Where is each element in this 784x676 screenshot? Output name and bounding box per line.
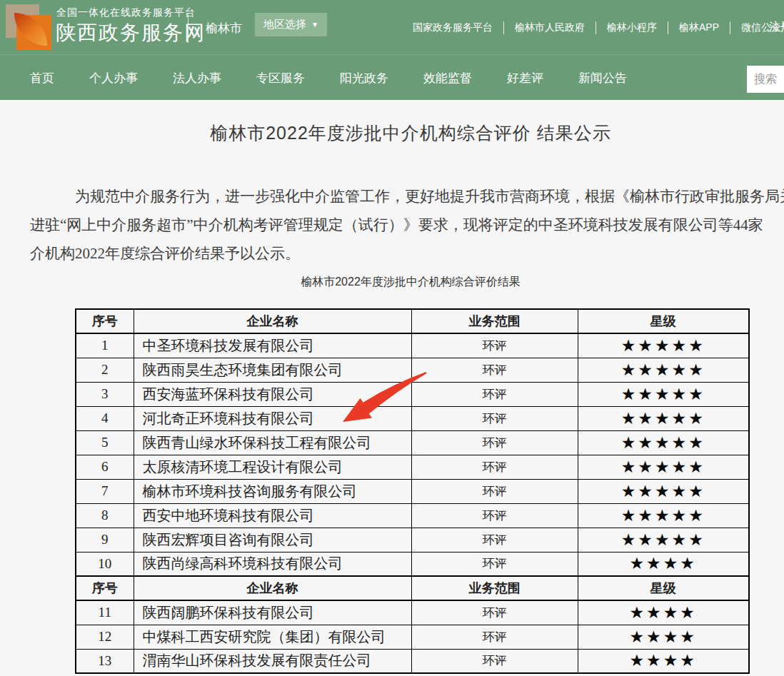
- table-row: 7榆林市环境科技咨询服务有限公司环评★★★★★: [76, 479, 749, 503]
- nav-item-5[interactable]: 效能监督: [423, 70, 472, 86]
- column-header-3: 星级: [578, 576, 749, 600]
- cell-company-name: 中煤科工西安研究院（集团）有限公司: [134, 625, 411, 649]
- current-city-label: 榆林市: [206, 20, 242, 36]
- cell-no: 7: [76, 479, 134, 503]
- nav-menu: 首页个人办事法人办事专区服务阳光政务效能监督好差评新闻公告: [30, 55, 627, 101]
- results-table-body: 序号企业名称业务范围星级1中圣环境科技发展有限公司环评★★★★★2陕西雨昊生态环…: [76, 309, 749, 673]
- header-link-1[interactable]: 榆林市人民政府: [503, 21, 585, 34]
- table-row: 4河北奇正环境科技有限公司环评★★★★★: [76, 406, 749, 430]
- table-row: 6太原核清环境工程设计有限公司环评★★★★★: [76, 455, 749, 479]
- site-name: 陕西政务服务网: [56, 19, 206, 46]
- table-row: 13渭南华山环保科技发展有限责任公司环评★★★★: [76, 649, 749, 673]
- platform-label: 全国一体化在线政务服务平台: [56, 6, 196, 19]
- nav-item-4[interactable]: 阳光政务: [340, 70, 388, 86]
- cell-scope: 环评: [411, 503, 578, 528]
- nav-item-6[interactable]: 好差评: [507, 70, 543, 86]
- nav-item-7[interactable]: 新闻公告: [578, 70, 627, 86]
- page-title: 榆林市2022年度涉批中介机构综合评价 结果公示: [0, 121, 784, 145]
- header-link-3[interactable]: 榆林APP: [668, 21, 719, 34]
- table-header-row: 序号企业名称业务范围星级: [76, 309, 749, 333]
- cell-company-name: 陕西宏辉项目咨询有限公司: [134, 528, 411, 552]
- cell-company-name: 西安中地环境科技有限公司: [134, 503, 411, 528]
- cell-scope: 环评: [411, 382, 578, 406]
- cell-company-name: 河北奇正环境科技有限公司: [134, 406, 411, 430]
- column-header-1: 企业名称: [134, 309, 411, 333]
- cell-star-rating: ★★★★★: [578, 479, 749, 503]
- table-row: 3西安海蓝环保科技有限公司环评★★★★★: [76, 382, 749, 406]
- column-header-1: 企业名称: [134, 576, 411, 600]
- cell-scope: 环评: [411, 333, 578, 358]
- cell-star-rating: ★★★★★: [578, 406, 749, 430]
- table-row: 11陕西阔鹏环保科技有限公司环评★★★★: [76, 600, 749, 625]
- nav-item-0[interactable]: 首页: [30, 70, 54, 86]
- column-header-2: 业务范围: [411, 309, 578, 333]
- cell-company-name: 陕西青山绿水环保科技工程有限公司: [134, 430, 411, 455]
- cell-scope: 环评: [411, 649, 578, 673]
- table-row: 10陕西尚绿高科环境科技有限公司环评★★★★: [76, 552, 749, 576]
- table-row: 5陕西青山绿水环保科技工程有限公司环评★★★★★: [76, 430, 749, 455]
- cell-star-rating: ★★★★★: [578, 503, 749, 528]
- chevron-down-icon: ▼: [311, 21, 318, 29]
- main-navbar: 首页个人办事法人办事专区服务阳光政务效能监督好差评新闻公告: [0, 54, 784, 100]
- cell-company-name: 榆林市环境科技咨询服务有限公司: [134, 479, 411, 503]
- paragraph-line-3: 介机构2022年度综合评价结果予以公示。: [30, 239, 784, 268]
- cell-scope: 环评: [411, 406, 578, 430]
- table-caption: 榆林市2022年度涉批中介机构综合评价结果: [0, 275, 784, 290]
- site-logo-icon[interactable]: [6, 4, 51, 50]
- table-row: 8西安中地环境科技有限公司环评★★★★★: [76, 503, 749, 528]
- cell-company-name: 陕西尚绿高科环境科技有限公司: [134, 552, 411, 576]
- cell-star-rating: ★★★★★: [578, 430, 749, 455]
- cell-star-rating: ★★★★: [578, 625, 749, 649]
- cell-company-name: 中圣环境科技发展有限公司: [134, 333, 411, 358]
- header-links: 国家政务服务平台榆林市人民政府榆林小程序榆林APP微信公众号: [413, 21, 784, 34]
- cell-scope: 环评: [411, 528, 578, 552]
- paragraph-line-2: 进驻“网上中介服务超市”中介机构考评管理规定（试行）》要求，现将评定的中圣环境科…: [30, 211, 784, 239]
- column-header-0: 序号: [76, 309, 134, 333]
- header-divider: [188, 13, 189, 43]
- cell-no: 5: [76, 430, 134, 455]
- page: 全国一体化在线政务服务平台 陕西政务服务网 榆林市 地区选择 ▼ 国家政务服务平…: [0, 0, 784, 676]
- nav-item-3[interactable]: 专区服务: [256, 70, 305, 86]
- table-row: 9陕西宏辉项目咨询有限公司环评★★★★★: [76, 528, 749, 552]
- table-row: 12中煤科工西安研究院（集团）有限公司环评★★★★: [76, 625, 749, 649]
- cell-no: 4: [76, 406, 134, 430]
- region-selector-label: 地区选择: [263, 18, 306, 31]
- cell-no: 13: [76, 649, 134, 673]
- table-row: 2陕西雨昊生态环境集团有限公司环评★★★★★: [76, 358, 749, 382]
- nav-item-2[interactable]: 法人办事: [173, 70, 221, 86]
- cell-scope: 环评: [411, 430, 578, 455]
- cell-scope: 环评: [411, 625, 578, 649]
- cell-no: 6: [76, 455, 134, 479]
- paragraph-line-1: 为规范中介服务行为，进一步强化中介监管工作，更好地提升我市营商环境，根据《榆林市…: [30, 182, 784, 211]
- cell-no: 8: [76, 503, 134, 528]
- region-selector-button[interactable]: 地区选择 ▼: [255, 13, 327, 36]
- column-header-0: 序号: [76, 576, 134, 600]
- cell-no: 2: [76, 358, 134, 382]
- results-table: 序号企业名称业务范围星级1中圣环境科技发展有限公司环评★★★★★2陕西雨昊生态环…: [75, 308, 750, 674]
- cell-star-rating: ★★★★★: [578, 333, 749, 358]
- nav-item-1[interactable]: 个人办事: [89, 70, 138, 86]
- cell-no: 1: [76, 333, 134, 358]
- register-link[interactable]: 注册: [769, 20, 784, 35]
- cell-no: 9: [76, 528, 134, 552]
- cell-scope: 环评: [411, 600, 578, 625]
- cell-star-rating: ★★★★★: [578, 358, 749, 382]
- cell-star-rating: ★★★★: [578, 649, 749, 673]
- cell-no: 10: [76, 552, 134, 576]
- article-paragraph: 为规范中介服务行为，进一步强化中介监管工作，更好地提升我市营商环境，根据《榆林市…: [30, 182, 784, 268]
- cell-no: 12: [76, 625, 134, 649]
- cell-company-name: 太原核清环境工程设计有限公司: [134, 455, 411, 479]
- table-row: 1中圣环境科技发展有限公司环评★★★★★: [76, 333, 749, 358]
- header-link-0[interactable]: 国家政务服务平台: [413, 21, 493, 34]
- cell-company-name: 陕西阔鹏环保科技有限公司: [134, 600, 411, 625]
- cell-no: 11: [76, 600, 134, 625]
- search-input[interactable]: [747, 66, 784, 93]
- header-link-2[interactable]: 榆林小程序: [595, 21, 657, 34]
- cell-no: 3: [76, 382, 134, 406]
- cell-star-rating: ★★★★: [578, 600, 749, 625]
- cell-scope: 环评: [411, 479, 578, 503]
- cell-scope: 环评: [411, 455, 578, 479]
- cell-star-rating: ★★★★★: [578, 455, 749, 479]
- table-header-row: 序号企业名称业务范围星级: [76, 576, 749, 600]
- cell-star-rating: ★★★★★: [578, 382, 749, 406]
